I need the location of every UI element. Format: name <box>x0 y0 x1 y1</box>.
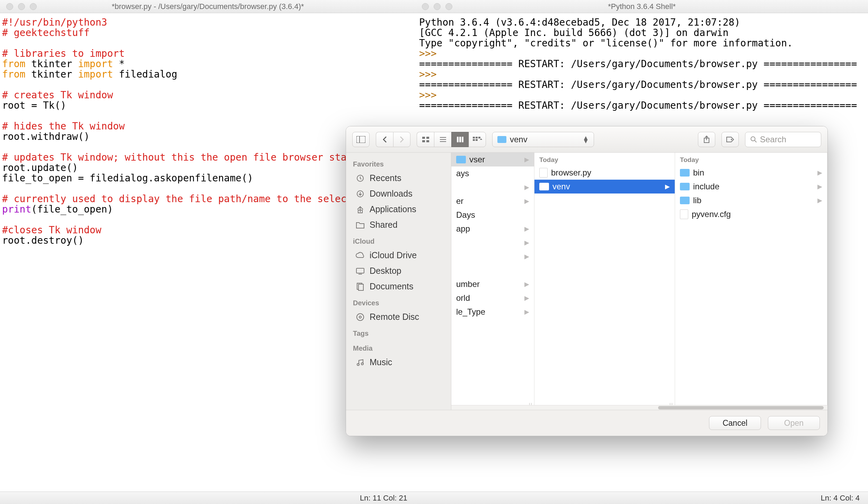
dialog-footer: Cancel Open <box>346 410 827 436</box>
editor-title: *browser.py - /Users/gary/Documents/brow… <box>0 2 416 11</box>
item-label: app <box>456 224 470 234</box>
column-view-button[interactable] <box>451 132 469 147</box>
zoom-icon[interactable] <box>445 3 452 10</box>
chevron-right-icon: ▶ <box>665 183 670 190</box>
sidebar-item-label: Recents <box>370 173 401 183</box>
gallery-view-button[interactable] <box>469 132 486 147</box>
chevron-right-icon: ▶ <box>524 308 529 316</box>
list-item[interactable]: orld▶ <box>451 291 534 305</box>
sidebar-heading: Media <box>346 340 451 354</box>
sidebar-item-icloud-drive[interactable]: iCloud Drive <box>346 248 451 263</box>
column-2[interactable]: Today bin▶include▶lib▶pyvenv.cfg <box>675 153 827 410</box>
chevron-right-icon: ▶ <box>524 253 529 260</box>
list-item[interactable]: ▶ <box>451 250 534 263</box>
list-item[interactable]: le_Type▶ <box>451 305 534 319</box>
list-item[interactable]: ays <box>451 166 534 180</box>
list-item[interactable]: umber▶ <box>451 277 534 291</box>
svg-rect-25 <box>356 268 364 273</box>
column-browser: vser▶ays▶er▶Daysapp▶▶▶umber▶orld▶le_Type… <box>451 153 827 410</box>
list-item[interactable] <box>451 263 534 277</box>
chevron-right-icon: ▶ <box>817 183 822 190</box>
svg-rect-5 <box>426 140 429 142</box>
shell-cursor-position: Ln: 4 Col: 4 <box>821 494 860 503</box>
sidebar-heading: Tags <box>346 325 451 340</box>
sidebar-toggle-button[interactable] <box>352 132 370 147</box>
sidebar-item-documents[interactable]: Documents <box>346 279 451 294</box>
disc-icon <box>355 313 365 321</box>
share-button[interactable] <box>698 132 715 147</box>
list-item[interactable]: Days <box>451 208 534 222</box>
sidebar-item-label: Documents <box>370 281 413 291</box>
sidebar-item-label: iCloud Drive <box>370 250 417 260</box>
list-item[interactable]: include▶ <box>675 180 827 194</box>
list-item[interactable]: ▶ <box>451 180 534 194</box>
folder-icon <box>355 221 365 229</box>
svg-rect-16 <box>476 139 478 141</box>
horizontal-scrollbar[interactable] <box>451 405 827 410</box>
list-item[interactable]: browser.py <box>534 166 675 180</box>
music-icon <box>355 358 365 367</box>
editor-titlebar: *browser.py - /Users/gary/Documents/brow… <box>0 0 416 13</box>
list-item[interactable]: ▶ <box>451 236 534 250</box>
sidebar-item-downloads[interactable]: Downloads <box>346 186 451 201</box>
column-header: Today <box>534 153 675 166</box>
cancel-button[interactable]: Cancel <box>709 416 761 430</box>
forward-button[interactable] <box>393 132 410 147</box>
list-item[interactable]: er▶ <box>451 194 534 208</box>
path-label: venv <box>510 135 528 144</box>
sidebar[interactable]: FavoritesRecentsDownloadsApplicationsSha… <box>346 153 451 410</box>
sidebar-item-shared[interactable]: Shared <box>346 217 451 233</box>
column-1[interactable]: Today browser.pyvenv▶ || <box>534 153 675 410</box>
minimize-icon[interactable] <box>18 3 25 10</box>
clock-icon <box>355 174 365 182</box>
list-item[interactable]: pyvenv.cfg <box>675 207 827 221</box>
sidebar-item-remote-disc[interactable]: Remote Disc <box>346 309 451 325</box>
list-item[interactable]: lib▶ <box>675 194 827 207</box>
dialog-body: FavoritesRecentsDownloadsApplicationsSha… <box>346 153 827 410</box>
sidebar-item-label: Desktop <box>370 266 401 276</box>
sidebar-item-desktop[interactable]: Desktop <box>346 263 451 279</box>
close-icon[interactable] <box>422 3 429 10</box>
close-icon[interactable] <box>6 3 13 10</box>
svg-rect-10 <box>459 137 461 142</box>
list-view-button[interactable] <box>434 132 451 147</box>
sidebar-heading: Favorites <box>346 155 451 170</box>
zoom-icon[interactable] <box>30 3 37 10</box>
icon-view-button[interactable] <box>417 132 434 147</box>
back-button[interactable] <box>376 132 393 147</box>
folder-icon <box>539 183 549 190</box>
list-item[interactable]: app▶ <box>451 222 534 236</box>
sidebar-item-applications[interactable]: Applications <box>346 201 451 217</box>
sidebar-item-music[interactable]: Music <box>346 354 451 370</box>
nav-group <box>376 132 410 147</box>
svg-rect-14 <box>478 137 480 138</box>
desktop-icon <box>355 267 365 275</box>
search-input[interactable]: Search <box>745 132 821 147</box>
svg-point-31 <box>357 363 359 366</box>
path-popup[interactable]: venv ▲▼ <box>492 132 594 147</box>
chevron-right-icon: ▶ <box>524 280 529 288</box>
column-0[interactable]: vser▶ays▶er▶Daysapp▶▶▶umber▶orld▶le_Type… <box>451 153 534 410</box>
list-item[interactable]: venv▶ <box>534 180 675 194</box>
chevron-updown-icon: ▲▼ <box>583 136 589 143</box>
open-button[interactable]: Open <box>768 416 820 430</box>
shell-statusbar: Ln: 4 Col: 4 <box>416 492 868 504</box>
list-item[interactable]: bin▶ <box>675 166 827 180</box>
chevron-right-icon: ▶ <box>524 294 529 302</box>
sidebar-item-label: Downloads <box>370 189 413 199</box>
folder-icon <box>497 136 506 143</box>
item-label: pyvenv.cfg <box>692 209 731 219</box>
folder-icon <box>680 169 690 177</box>
minimize-icon[interactable] <box>434 3 441 10</box>
sidebar-item-recents[interactable]: Recents <box>346 170 451 186</box>
list-item[interactable]: vser▶ <box>451 153 534 166</box>
item-label: browser.py <box>551 168 591 178</box>
view-mode-group <box>417 132 486 147</box>
file-icon <box>539 168 548 178</box>
tags-button[interactable] <box>721 132 739 147</box>
item-label: umber <box>456 279 480 289</box>
sidebar-heading: iCloud <box>346 233 451 248</box>
svg-point-20 <box>751 137 755 141</box>
sidebar-item-label: Shared <box>370 220 398 230</box>
chevron-right-icon: ▶ <box>817 169 822 177</box>
